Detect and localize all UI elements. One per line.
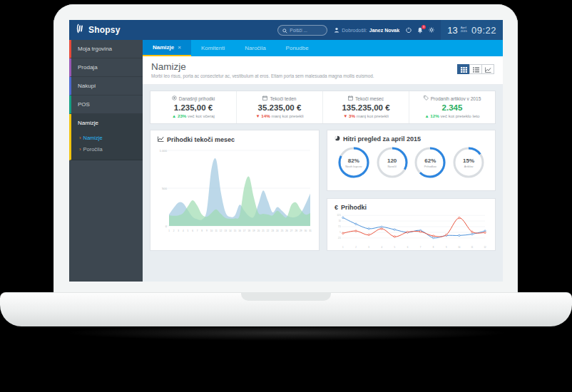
search-input[interactable] (290, 28, 325, 33)
page-title: Namizje (151, 61, 494, 72)
stats-row: Današnji prihodki 1.235,00 € ▲ 23% več k… (150, 91, 496, 124)
chart-view-button[interactable] (481, 64, 494, 74)
svg-text:10: 10 (210, 229, 213, 232)
delta-arrow-icon: ▲ (172, 113, 176, 118)
svg-text:31: 31 (309, 229, 312, 232)
svg-text:7: 7 (197, 229, 198, 232)
list-icon (473, 63, 479, 76)
date-day: 13 (447, 25, 457, 36)
svg-text:4: 4 (381, 246, 382, 249)
donut-label: Naročil (388, 165, 397, 168)
svg-text:4: 4 (183, 229, 184, 232)
chevron-right-icon: › (79, 146, 81, 153)
tab-close-icon[interactable]: × (178, 44, 181, 51)
svg-text:27: 27 (290, 229, 293, 232)
sidebar-subitem-label: Namizje (83, 135, 103, 141)
tab-narocila[interactable]: Naročila (235, 40, 275, 56)
svg-text:2: 2 (355, 246, 357, 249)
delta-text: manj kot pretekli (357, 113, 389, 118)
panel-title-text: Prihodki tekoči mesec (167, 136, 235, 143)
topbar: Shopsy Dobrodošli: (69, 20, 503, 40)
tab-label: Komitenti (201, 45, 225, 51)
stat-card-tekoci-mesec: Tekoči mesec 135.235,00 € ▼ 3% manj kot … (323, 91, 409, 123)
stat-delta: ▲ 23% več kot včeraj (153, 113, 233, 118)
tab-namizje[interactable]: Namizje × (143, 40, 191, 56)
donut-value: 15% (463, 158, 474, 164)
power-icon[interactable] (406, 27, 412, 33)
svg-text:19: 19 (252, 229, 255, 232)
panel-title: € Prihodki (334, 204, 488, 211)
svg-text:25: 25 (281, 229, 284, 232)
pie-icon (334, 135, 340, 143)
sidebar-item-pos[interactable]: POS (69, 96, 143, 114)
bell-icon[interactable]: 3 (417, 27, 423, 33)
svg-text:12: 12 (484, 246, 486, 249)
panel-title: Hitri pregled za april 2015 (334, 135, 488, 143)
list-view-button[interactable] (469, 64, 482, 74)
donut-text: 15% Artiklov (452, 146, 485, 179)
svg-text:5: 5 (188, 229, 189, 232)
svg-text:7: 7 (420, 246, 422, 249)
delta-text: manj kot pretekli (271, 113, 303, 118)
brand-logo[interactable]: Shopsy (76, 24, 147, 36)
welcome-label: Dobrodošli: (342, 28, 367, 33)
stat-label-text: Tekoči mesec (355, 96, 384, 101)
brand-name: Shopsy (88, 25, 121, 35)
stat-delta: ▲ 12% več kot preteklo leto (412, 113, 492, 118)
search-box[interactable] (277, 25, 327, 36)
sidebar-item-nakupi[interactable]: Nakupi (69, 77, 143, 96)
tabbar: Namizje × Komitenti Naročila Ponudbe (143, 40, 503, 56)
sidebar-item-moja-trgovina[interactable]: Moja trgovina (69, 40, 143, 58)
delta-arrow-icon: ▼ (343, 113, 347, 118)
svg-text:1.000: 1.000 (160, 149, 168, 153)
svg-text:5: 5 (394, 246, 396, 249)
notification-badge: 3 (422, 25, 426, 29)
tab-label: Namizje (153, 44, 174, 51)
donut-novih-kupcev: 82% Novih kupcev (337, 146, 370, 179)
tab-komitenti[interactable]: Komitenti (191, 40, 235, 56)
tab-ponudbe[interactable]: Ponudbe (276, 40, 319, 56)
date-year: 2015 (461, 30, 467, 33)
svg-text:1: 1 (342, 246, 344, 249)
target-icon (172, 96, 177, 101)
svg-text:21: 21 (262, 229, 265, 232)
delta-arrow-icon: ▼ (255, 113, 260, 118)
datetime-display: 13 April 2015 09:22 (441, 20, 503, 40)
shopsy-logo-icon (76, 24, 86, 36)
search-icon (282, 24, 287, 36)
topbar-icons: 3 (406, 27, 434, 33)
sidebar-subitem-porocila[interactable]: ›Poročila (71, 144, 143, 155)
page-subtitle: Morbi leo risus, porta ac consectetur ac… (151, 73, 494, 78)
sidebar-spacer (71, 155, 143, 160)
app-screen: Shopsy Dobrodošli: (69, 20, 503, 282)
grid-view-button[interactable] (457, 64, 470, 74)
sidebar: Moja trgovina Prodaja Nakupi POS Namizje… (69, 40, 143, 282)
donut-value: 120 (387, 158, 397, 164)
svg-text:7.5: 7.5 (338, 225, 341, 228)
tab-label: Naročila (245, 45, 265, 51)
svg-text:12.5: 12.5 (337, 214, 342, 217)
sidebar-subitem-namizje[interactable]: ›Namizje (71, 133, 143, 144)
donut-label: Artiklov (464, 165, 474, 168)
laptop-mockup: Shopsy Dobrodošli: (0, 0, 572, 392)
svg-text:29: 29 (300, 229, 302, 232)
sidebar-group-header-namizje[interactable]: Namizje (71, 114, 143, 133)
donut-text: 82% Novih kupcev (337, 146, 370, 179)
stat-card-danasnji-prihodki: Današnji prihodki 1.235,00 € ▲ 23% več k… (150, 91, 237, 123)
delta-pct: 12% (430, 113, 439, 118)
stat-delta: ▼ 14% manj kot pretekli (240, 113, 320, 118)
panel-title: Prihodki tekoči mesec (158, 136, 312, 143)
gear-icon[interactable] (429, 27, 434, 33)
clock-time: 09:22 (471, 25, 496, 36)
delta-arrow-icon: ▲ (424, 113, 429, 118)
svg-text:500: 500 (162, 187, 168, 190)
main-column: Namizje × Komitenti Naročila Ponudbe (143, 40, 503, 282)
svg-text:26: 26 (285, 229, 288, 232)
svg-text:3: 3 (368, 246, 369, 249)
user-menu[interactable]: Dobrodošli: Janez Novak (334, 27, 399, 33)
delta-pct: 14% (261, 113, 270, 118)
laptop-shadow (64, 325, 508, 341)
svg-text:13: 13 (224, 229, 227, 232)
sidebar-item-prodaja[interactable]: Prodaja (69, 58, 143, 77)
svg-text:5: 5 (339, 231, 341, 234)
